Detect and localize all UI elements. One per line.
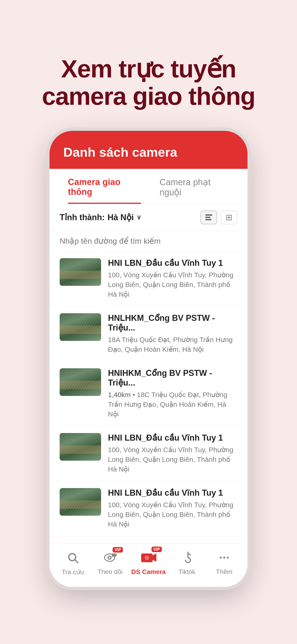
hero-title: Xem trực tuyến camera giao thông	[24, 55, 274, 110]
camera-item-5[interactable]: HNI LBN_Đầu cầu Vĩnh Tuy 1 100, Vòng Xuy…	[50, 481, 248, 536]
nav-label-theo-doi: Theo dõi	[98, 568, 123, 576]
nav-item-search[interactable]: Tra cứu	[57, 549, 89, 576]
vip-badge-theo-doi: VIP	[112, 547, 123, 552]
city-label: Tỉnh thành:	[60, 212, 105, 222]
camera-list: HNI LBN_Đầu cầu Vĩnh Tuy 1 100, Vòng Xuy…	[50, 251, 248, 544]
tab-traffic[interactable]: Camera giao thông	[59, 169, 150, 204]
city-filter[interactable]: Tỉnh thành: Hà Nội ∨	[60, 212, 141, 222]
bottom-nav: Tra cứu VIP Theo dõi	[50, 544, 248, 587]
camera-address-2: 18A Triệu Quốc Đạt, Phường Trần Hưng Đạo…	[108, 335, 237, 354]
camera-info-5: HNI LBN_Đầu cầu Vĩnh Tuy 1 100, Vòng Xuy…	[108, 488, 237, 529]
ds-camera-icon-wrap: VIP	[140, 549, 157, 566]
svg-point-9	[144, 556, 149, 560]
camera-thumbnail-4	[60, 433, 101, 461]
map-icon: ⊞	[226, 212, 232, 222]
search-icon-wrap	[64, 549, 81, 566]
svg-marker-8	[153, 554, 156, 562]
list-view-button[interactable]	[200, 210, 217, 224]
filter-bar: Tỉnh thành: Hà Nội ∨ ⊞	[50, 204, 248, 231]
svg-point-11	[223, 557, 226, 559]
camera-item-4[interactable]: HNI LBN_Đầu cầu Vĩnh Tuy 1 100, Vòng Xuy…	[50, 426, 248, 481]
camera-thumbnail-1	[60, 258, 101, 286]
camera-thumbnail-3	[60, 368, 101, 396]
camera-name-1: HNI LBN_Đầu cầu Vĩnh Tuy 1	[108, 258, 237, 268]
nav-item-theo-doi[interactable]: VIP Theo dõi	[94, 549, 126, 576]
nav-label-tiktok: Tiktok	[178, 568, 196, 576]
camera-name-4: HNI LBN_Đầu cầu Vĩnh Tuy 1	[108, 433, 237, 443]
tiktok-icon-wrap	[179, 549, 195, 566]
tab-penalty[interactable]: Camera phạt nguội	[150, 169, 238, 204]
phone-content: Camera giao thông Camera phạt nguội Tỉnh…	[50, 169, 248, 587]
search-input[interactable]	[60, 236, 237, 246]
svg-point-12	[227, 557, 229, 559]
camera-info-3: HNIHKM_Cổng BV PSTW - Triệu... 1,40km • …	[108, 368, 237, 419]
tabs-bar: Camera giao thông Camera phạt nguội	[50, 169, 248, 204]
camera-info-4: HNI LBN_Đầu cầu Vĩnh Tuy 1 100, Vòng Xuy…	[108, 433, 237, 474]
camera-address-3: 1,40km • 18C Triệu Quốc Đạt, Phường Trần…	[108, 390, 237, 419]
camera-info-1: HNI LBN_Đầu cầu Vĩnh Tuy 1 100, Vòng Xuy…	[108, 258, 237, 299]
svg-marker-6	[116, 554, 117, 556]
svg-point-4	[109, 557, 110, 558]
camera-info-2: HNLHKM_Cổng BV PSTW - Triệu... 18A Triệu…	[108, 313, 237, 354]
camera-item-2[interactable]: HNLHKM_Cổng BV PSTW - Triệu... 18A Triệu…	[50, 306, 248, 362]
nav-label-search: Tra cứu	[62, 568, 84, 576]
phone-header: Danh sách camera	[50, 131, 248, 169]
nav-item-ds-camera[interactable]: VIP DS Camera	[131, 549, 166, 576]
camera-name-3: HNIHKM_Cổng BV PSTW - Triệu...	[108, 368, 237, 388]
camera-name-2: HNLHKM_Cổng BV PSTW - Triệu...	[108, 313, 237, 332]
map-view-button[interactable]: ⊞	[221, 210, 237, 224]
nav-label-ds-camera: DS Camera	[131, 568, 166, 576]
search-icon	[67, 552, 79, 564]
camera-name-5: HNI LBN_Đầu cầu Vĩnh Tuy 1	[108, 488, 237, 498]
tiktok-icon	[181, 551, 193, 564]
phone-header-title: Danh sách camera	[63, 145, 234, 160]
nav-label-them: Thêm	[216, 568, 232, 576]
more-icon	[218, 552, 231, 564]
camera-thumbnail-2	[60, 313, 101, 341]
svg-rect-5	[112, 554, 116, 557]
camera-thumbnail-5	[60, 488, 101, 516]
city-value: Hà Nội	[108, 212, 134, 222]
nav-item-tiktok[interactable]: Tiktok	[171, 549, 203, 576]
camera-distance-3: 1,40km	[108, 391, 130, 398]
camera-item-3[interactable]: HNIHKM_Cổng BV PSTW - Triệu... 1,40km • …	[50, 362, 248, 426]
svg-line-1	[75, 560, 78, 562]
vip-badge-ds-camera: VIP	[152, 546, 162, 552]
svg-point-10	[220, 557, 222, 559]
them-icon-wrap	[216, 549, 232, 566]
hero-section: Xem trực tuyến camera giao thông	[5, 28, 292, 110]
camera-address-1: 100, Vòng Xuyến Cầu Vĩnh Tuy, Phường Lon…	[108, 270, 237, 299]
camera-address-5: 100, Vòng Xuyến Cầu Vĩnh Tuy, Phường Lon…	[108, 500, 237, 529]
chevron-down-icon: ∨	[136, 214, 141, 221]
eye-tracking-icon	[103, 552, 117, 564]
view-toggles: ⊞	[200, 210, 237, 224]
theo-doi-icon-wrap: VIP	[102, 549, 118, 566]
list-icon	[205, 214, 212, 220]
search-bar	[50, 231, 248, 251]
phone-frame: Danh sách camera Camera giao thông Camer…	[50, 131, 248, 587]
camera-address-4: 100, Vòng Xuyến Cầu Vĩnh Tuy, Phường Lon…	[108, 445, 237, 474]
camera-item-1[interactable]: HNI LBN_Đầu cầu Vĩnh Tuy 1 100, Vòng Xuy…	[50, 251, 248, 306]
nav-item-them[interactable]: Thêm	[208, 549, 240, 576]
ds-camera-icon	[141, 551, 156, 564]
